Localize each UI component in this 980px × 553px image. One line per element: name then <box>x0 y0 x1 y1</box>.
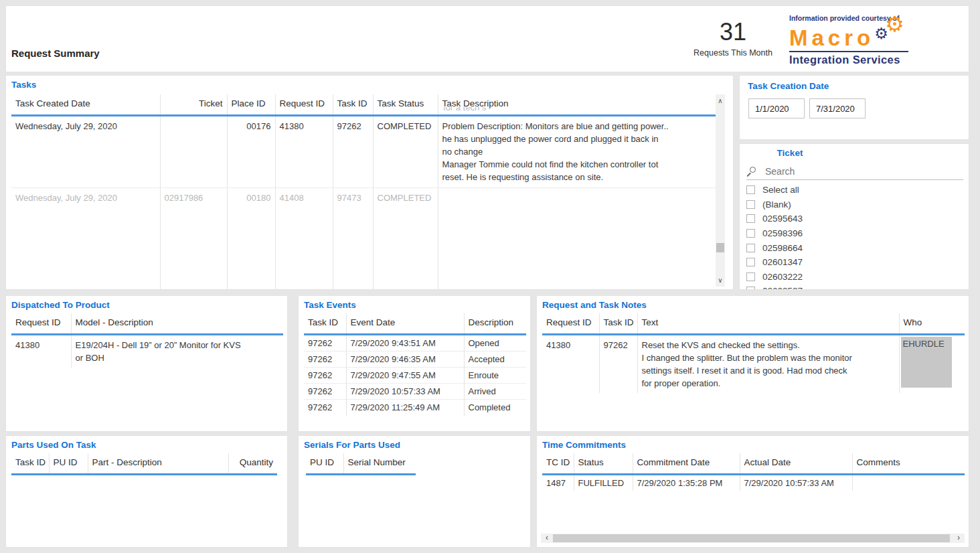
scrollbar-thumb[interactable] <box>553 534 950 542</box>
panel-title-tasks: Tasks <box>11 80 36 90</box>
cell: 7/29/2020 9:46:35 AM <box>346 351 464 368</box>
column-header[interactable]: Serial Number <box>343 453 416 475</box>
column-header[interactable]: Task Created Date <box>11 94 160 116</box>
header-row: Task IDEvent DateDescription <box>304 313 526 335</box>
table-row[interactable]: 41380E19/204H - Dell 19” or 20” Monitor … <box>11 335 283 368</box>
logo: Information provided courtesy of Macro ⚙… <box>789 14 918 66</box>
column-header[interactable]: Commitment Date <box>633 453 740 475</box>
column-header[interactable]: Part - Description <box>88 453 228 475</box>
dispatched-to-product-panel: Dispatched To Product Request IDModel - … <box>5 295 288 432</box>
column-header[interactable]: PU ID <box>49 453 88 475</box>
ticket-option[interactable]: 02598396 <box>746 226 966 241</box>
ticket-option[interactable]: 02598664 <box>746 240 966 255</box>
cell: COMPLETED <box>373 187 438 289</box>
cell: 41380 <box>275 116 333 188</box>
date-end-input[interactable] <box>809 98 866 118</box>
ticket-option[interactable]: 02595643 <box>746 212 966 226</box>
ticket-option[interactable]: 02603527 <box>746 284 966 289</box>
column-header[interactable]: PU ID <box>306 453 343 475</box>
cell: Problem Description: Monitors are blue a… <box>438 116 716 188</box>
table-row[interactable]: Wednesday, July 29, 20200291798600180414… <box>11 187 716 289</box>
column-header[interactable]: Task ID <box>304 313 346 335</box>
scroll-down-icon[interactable]: ∨ <box>716 276 725 284</box>
task-events-panel: Task Events Task IDEvent DateDescription… <box>298 295 531 432</box>
column-header[interactable]: Request ID <box>275 94 333 116</box>
cell: 00176 <box>227 116 275 188</box>
ticket-option-label: Select all <box>762 185 799 195</box>
column-header[interactable]: Task ID <box>333 94 373 116</box>
serials-panel: Serials For Parts Used PU IDSerial Numbe… <box>298 435 531 548</box>
scroll-up-icon[interactable]: ∧ <box>716 97 725 104</box>
parts-used-table: Task IDPU IDPart - DescriptionQuantity <box>11 453 277 475</box>
panel-title-task-events: Task Events <box>304 300 356 310</box>
checkbox-icon[interactable] <box>746 229 755 238</box>
column-header[interactable]: Quantity <box>228 453 277 475</box>
ticket-option[interactable]: Select all <box>746 183 966 198</box>
table-row[interactable]: 972627/29/2020 9:46:35 AMAccepted <box>304 351 526 368</box>
cell: 97262 <box>304 384 346 400</box>
cell: 7/29/2020 9:47:55 AM <box>346 368 464 384</box>
table-row[interactable]: 1487FULFILLED7/29/2020 1:35:28 PM7/29/20… <box>542 475 965 491</box>
scroll-right-icon[interactable]: › <box>954 534 963 543</box>
ticket-option-label: 02598664 <box>762 243 803 253</box>
scroll-left-icon[interactable]: ‹ <box>542 534 552 543</box>
cell: EHURDLE <box>899 335 965 394</box>
checkbox-icon[interactable] <box>746 185 755 194</box>
cell: 1487 <box>542 475 574 491</box>
kpi-label: Requests This Month <box>679 48 787 58</box>
column-header[interactable]: Task Status <box>373 94 438 116</box>
checkbox-icon[interactable] <box>746 200 755 209</box>
column-header[interactable]: Actual Date <box>740 453 852 475</box>
cell: Wednesday, July 29, 2020 <box>11 187 160 289</box>
search-input[interactable] <box>765 164 899 179</box>
column-header[interactable]: Request ID <box>11 313 71 335</box>
ticket-option[interactable]: (Blank) <box>746 198 966 212</box>
table-row[interactable]: 972627/29/2020 9:43:51 AMOpened <box>304 335 526 351</box>
column-header[interactable]: Comments <box>852 453 965 475</box>
time-horizontal-scrollbar[interactable]: ‹ › <box>541 534 965 543</box>
column-header[interactable]: Status <box>574 453 633 475</box>
task-creation-date-panel: Task Creation Date <box>739 75 969 140</box>
ticket-option[interactable]: 02601347 <box>746 255 966 270</box>
checkbox-icon[interactable] <box>746 258 755 266</box>
column-header[interactable]: Task Description <box>438 94 716 116</box>
table-row[interactable]: 4138097262Reset the KVS and checked the … <box>542 335 965 394</box>
table-row[interactable]: Wednesday, July 29, 2020001764138097262C… <box>11 116 716 188</box>
checkbox-icon[interactable] <box>746 287 755 289</box>
ticket-option-label: (Blank) <box>762 200 791 210</box>
column-header[interactable]: Model - Description <box>71 313 283 335</box>
dispatched-table: Request IDModel - Description41380E19/20… <box>11 313 283 368</box>
tasks-vertical-scrollbar[interactable]: ∧ ∨ <box>716 94 725 287</box>
cell: Reset the KVS and checked the settings. … <box>637 335 899 394</box>
column-header[interactable]: Ticket <box>160 94 227 116</box>
column-header[interactable]: Text <box>637 313 899 335</box>
panel-title-task-creation-date: Task Creation Date <box>748 81 829 91</box>
checkbox-icon[interactable] <box>746 214 755 223</box>
table-row[interactable]: 972627/29/2020 11:25:49 AMCompleted <box>304 400 526 416</box>
cell: Accepted <box>464 351 526 368</box>
column-header[interactable]: Task ID <box>11 453 49 475</box>
checkbox-icon[interactable] <box>746 272 755 281</box>
column-header[interactable]: Place ID <box>227 94 275 116</box>
cell: 41380 <box>11 335 71 368</box>
panel-title-dispatched: Dispatched To Product <box>11 300 110 310</box>
table-row[interactable]: 972627/29/2020 10:57:33 AMArrived <box>304 384 526 400</box>
column-header[interactable]: Request ID <box>542 313 599 335</box>
scrollbar-thumb[interactable] <box>716 243 724 252</box>
date-start-input[interactable] <box>748 98 805 118</box>
column-header[interactable]: TC ID <box>542 453 574 475</box>
column-header[interactable]: Description <box>464 313 526 335</box>
column-header[interactable]: Task ID <box>599 313 637 335</box>
column-header[interactable]: Event Date <box>346 313 464 335</box>
ticket-option[interactable]: 02603222 <box>746 270 966 285</box>
cell <box>852 475 965 491</box>
table-row[interactable]: 972627/29/2020 9:47:55 AMEnroute <box>304 368 526 384</box>
checkbox-icon[interactable] <box>746 244 755 252</box>
panel-title-notes: Request and Task Notes <box>542 300 647 310</box>
column-header[interactable]: Who <box>899 313 965 335</box>
header-row: Task IDPU IDPart - DescriptionQuantity <box>11 453 277 475</box>
cell: 97262 <box>333 116 373 188</box>
ticket-option-label: 02595643 <box>762 214 803 224</box>
cell: 97262 <box>304 351 346 368</box>
ticket-option-label: 02603527 <box>762 286 803 289</box>
